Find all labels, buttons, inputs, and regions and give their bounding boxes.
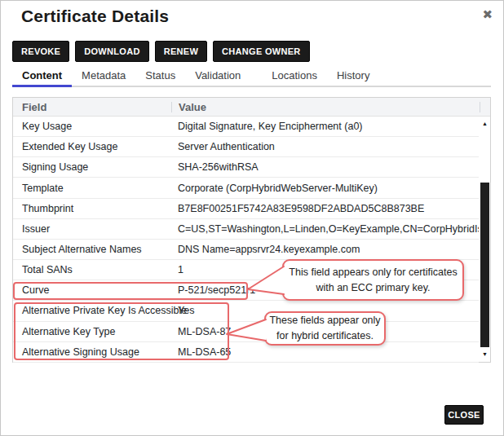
value-cell: Digital Signature, Key Encipherment (a0) (171, 121, 479, 132)
table-header: Field Value (13, 98, 490, 117)
field-cell: Signing Usage (13, 161, 171, 173)
field-cell: Extended Key Usage (13, 141, 171, 152)
table-row: Subject Alternative Names DNS Name=appsr… (13, 240, 479, 260)
field-cell: Subject Alternative Names (13, 244, 171, 255)
table-row: Issuer C=US,ST=Washington,L=Linden,O=Key… (13, 219, 479, 240)
value-cell: C=US,ST=Washington,L=Linden,O=KeyExample… (171, 223, 479, 235)
callout-text-line: with an ECC primary key. (316, 280, 430, 296)
scroll-up-icon[interactable]: ▲ (480, 121, 490, 127)
tab-status[interactable]: Status (135, 64, 185, 86)
renew-button[interactable]: RENEW (155, 41, 207, 62)
dialog-title: Certificate Details (21, 7, 169, 26)
field-cell: Issuer (13, 223, 171, 235)
tab-bar: Content Metadata Status Validation Locat… (12, 64, 491, 87)
table-row: Alternative Signing Usage ML-DSA-65 (13, 342, 479, 363)
value-cell: Server Authentication (171, 141, 479, 152)
table-row: Template Corporate (CorpHybridWebServer-… (13, 178, 479, 198)
download-button[interactable]: DOWNLOAD (75, 41, 148, 62)
column-header-field: Field (13, 101, 171, 113)
field-cell: Thumbprint (13, 203, 171, 214)
table-row: Thumbprint B7E8F00251F5742A83E9598DF2ABD… (13, 199, 479, 219)
field-cell: Template (13, 183, 171, 194)
tab-metadata[interactable]: Metadata (72, 64, 135, 86)
table-row: Extended Key Usage Server Authentication (13, 137, 479, 157)
value-cell: Corporate (CorpHybridWebServer-MultiKey) (171, 183, 479, 194)
table-row: Key Usage Digital Signature, Key Enciphe… (13, 117, 479, 137)
value-cell: SHA-256withRSA (171, 161, 479, 173)
hybrid-callout: These fields appear only for hybrid cert… (264, 311, 386, 346)
toolbar: REVOKE DOWNLOAD RENEW CHANGE OWNER (12, 41, 310, 62)
value-cell: DNS Name=appsrvr24.keyexample.com (171, 244, 479, 255)
callout-text-line: This field appears only for certificates (289, 265, 457, 280)
hybrid-callout-tail (223, 316, 268, 344)
ecc-callout: This field appears only for certificates… (282, 259, 464, 301)
change-owner-button[interactable]: CHANGE OWNER (213, 41, 310, 62)
close-icon[interactable]: ✖ (482, 7, 493, 22)
column-header-value: Value (172, 101, 480, 113)
field-cell: Alternative Signing Usage (13, 346, 171, 358)
certificate-details-dialog: Certificate Details ✖ REVOKE DOWNLOAD RE… (0, 0, 504, 436)
callout-text-line: for hybrid certificates. (276, 328, 374, 344)
field-cell: Curve (13, 284, 171, 296)
ecc-callout-tail (245, 263, 285, 296)
field-cell: Total SANs (13, 264, 171, 275)
revoke-button[interactable]: REVOKE (12, 41, 69, 62)
tab-validation[interactable]: Validation (185, 64, 250, 86)
tab-locations[interactable]: Locations (262, 64, 327, 86)
field-cell: Alternative Key Type (13, 326, 171, 337)
tab-content[interactable]: Content (12, 64, 72, 87)
scrollbar[interactable]: ▲ ▼ (480, 117, 490, 362)
value-cell: ML-DSA-65 (171, 346, 479, 358)
field-cell: Key Usage (13, 121, 171, 132)
scroll-down-icon[interactable]: ▼ (480, 351, 490, 358)
close-button[interactable]: CLOSE (444, 405, 484, 425)
callout-text-line: These fields appear only (269, 313, 380, 328)
value-cell: B7E8F00251F5742A83E9598DF2ABDAD5C8B873BE (171, 203, 479, 214)
table-row: Signing Usage SHA-256withRSA (13, 157, 479, 178)
scrollbar-thumb[interactable] (480, 183, 489, 347)
scrollbar-corner (480, 98, 490, 116)
field-cell: Alternative Private Key Is Accessible (13, 305, 171, 316)
tab-history[interactable]: History (327, 64, 379, 86)
